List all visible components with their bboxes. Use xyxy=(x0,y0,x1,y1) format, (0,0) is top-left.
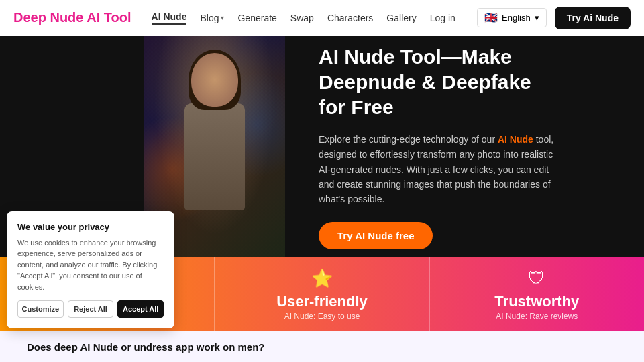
try-ai-nude-button[interactable]: Try Ai Nude xyxy=(555,7,631,29)
hero-cta-button[interactable]: Try AI Nude free xyxy=(319,222,433,249)
person-body xyxy=(184,103,245,210)
cookie-buttons: Customize Reject All Accept All xyxy=(17,300,164,318)
stat-trustworthy-label: AI Nude: Rave reviews xyxy=(496,312,578,321)
nav-blog[interactable]: Blog ▾ xyxy=(200,13,224,23)
header: Deep Nude AI Tool AI Nude Blog ▾ Generat… xyxy=(0,0,644,36)
main-nav: AI Nude Blog ▾ Generate Swap Characters … xyxy=(152,11,478,25)
person-head xyxy=(191,53,238,107)
accept-all-button[interactable]: Accept All xyxy=(117,300,164,318)
lang-dropdown-arrow: ▾ xyxy=(535,13,539,23)
nav-gallery[interactable]: Gallery xyxy=(386,13,416,23)
cookie-title: We value your privacy xyxy=(17,222,164,232)
star-icon: ⭐ xyxy=(311,268,333,289)
nav-generate[interactable]: Generate xyxy=(237,13,276,23)
customize-button[interactable]: Customize xyxy=(17,300,64,318)
stat-friendly: ⭐ User-friendly AI Nude: Easy to use xyxy=(215,257,429,331)
stat-trustworthy-value: Trustworthy xyxy=(494,293,579,310)
cookie-banner: We value your privacy We use cookies to … xyxy=(7,211,174,329)
flag-icon: 🇬🇧 xyxy=(484,11,498,24)
nav-characters[interactable]: Characters xyxy=(327,13,373,23)
cookie-text: We use cookies to enhance your browsing … xyxy=(17,237,164,293)
stat-trustworthy: 🛡 Trustworthy AI Nude: Rave reviews xyxy=(430,257,644,331)
person-figure xyxy=(171,46,258,247)
faq-teaser: Does deep AI Nude or undress app work on… xyxy=(0,331,644,362)
stat-friendly-label: AI Nude: Easy to use xyxy=(284,312,360,321)
blog-dropdown-arrow: ▾ xyxy=(221,14,224,21)
nav-ai-nude[interactable]: AI Nude xyxy=(152,11,187,25)
hero-content: AI Nude Tool—Make Deepnude & Deepfake fo… xyxy=(285,36,594,257)
nav-login[interactable]: Log in xyxy=(430,13,455,23)
shield-icon: 🛡 xyxy=(528,268,545,289)
site-logo[interactable]: Deep Nude AI Tool xyxy=(13,10,131,25)
nav-swap[interactable]: Swap xyxy=(290,13,314,23)
stat-friendly-value: User-friendly xyxy=(276,293,368,310)
hero-description: Explore the cutting-edge technology of o… xyxy=(319,132,560,207)
faq-question: Does deep AI Nude or undress app work on… xyxy=(27,341,265,353)
language-selector[interactable]: 🇬🇧 English ▾ xyxy=(477,8,547,27)
reject-all-button[interactable]: Reject All xyxy=(68,300,114,318)
hero-title: AI Nude Tool—Make Deepnude & Deepfake fo… xyxy=(319,44,560,120)
